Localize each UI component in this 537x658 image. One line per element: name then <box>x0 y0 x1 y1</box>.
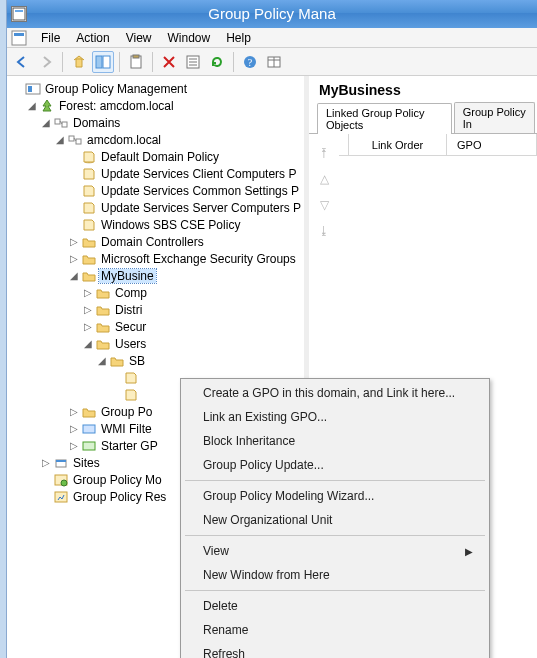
svg-rect-28 <box>56 460 66 462</box>
up-button[interactable] <box>68 51 90 73</box>
twisty-closed-icon[interactable]: ▷ <box>39 457 53 468</box>
tree-forest[interactable]: ◢ Forest: amcdom.local <box>11 97 304 114</box>
tree-ou[interactable]: ▷ Secur <box>11 318 304 335</box>
svg-rect-3 <box>14 33 24 36</box>
tree-ou[interactable]: ▷ Comp <box>11 284 304 301</box>
svg-rect-26 <box>83 442 95 450</box>
twisty-open-icon[interactable]: ◢ <box>95 355 109 366</box>
tree-ou[interactable]: ▷ Distri <box>11 301 304 318</box>
help-button[interactable]: ? <box>239 51 261 73</box>
col-gpo[interactable]: GPO <box>447 134 537 155</box>
menu-file[interactable]: File <box>33 29 68 47</box>
forest-icon <box>39 98 55 114</box>
ou-folder-icon <box>95 285 111 301</box>
twisty-closed-icon[interactable]: ▷ <box>67 236 81 247</box>
ctx-create-gpo[interactable]: Create a GPO in this domain, and Link it… <box>183 381 487 405</box>
ctx-refresh[interactable]: Refresh <box>183 642 487 658</box>
ctx-new-window[interactable]: New Window from Here <box>183 563 487 587</box>
ctx-new-ou[interactable]: New Organizational Unit <box>183 508 487 532</box>
tree-gpo[interactable]: Windows SBS CSE Policy <box>11 216 304 233</box>
tree-ou-mybusiness[interactable]: ◢ MyBusine <box>11 267 304 284</box>
window-left-border <box>0 0 7 658</box>
gpm-icon <box>25 81 41 97</box>
twisty-closed-icon[interactable]: ▷ <box>67 440 81 451</box>
detail-title: MyBusiness <box>309 76 537 102</box>
tree-gpo[interactable]: Update Services Client Computers P <box>11 165 304 182</box>
tree-ou[interactable]: ▷ Microsoft Exchange Security Groups <box>11 250 304 267</box>
col-link-order[interactable]: Link Order <box>349 134 447 155</box>
twisty-closed-icon[interactable]: ▷ <box>81 321 95 332</box>
sites-icon <box>53 455 69 471</box>
ctx-rename[interactable]: Rename <box>183 618 487 642</box>
refresh-button[interactable] <box>206 51 228 73</box>
twisty-closed-icon[interactable]: ▷ <box>81 287 95 298</box>
svg-rect-25 <box>83 425 95 433</box>
toolbar: ? <box>7 48 537 76</box>
ctx-gp-update[interactable]: Group Policy Update... <box>183 453 487 477</box>
twisty-closed-icon[interactable]: ▷ <box>81 304 95 315</box>
ctx-delete[interactable]: Delete <box>183 594 487 618</box>
properties-button[interactable] <box>182 51 204 73</box>
tabs: Linked Group Policy Objects Group Policy… <box>309 102 537 134</box>
folder-icon <box>81 404 97 420</box>
twisty-open-icon[interactable]: ◢ <box>53 134 67 145</box>
starter-gpo-icon <box>81 438 97 454</box>
twisty-closed-icon[interactable]: ▷ <box>67 253 81 264</box>
move-top-icon[interactable]: ⭱ <box>318 146 330 160</box>
show-hide-tree-button[interactable] <box>92 51 114 73</box>
tree-gpo[interactable]: Update Services Common Settings P <box>11 182 304 199</box>
tree-domain[interactable]: ◢ amcdom.local <box>11 131 304 148</box>
results-icon <box>53 489 69 505</box>
ou-folder-icon <box>81 268 97 284</box>
ou-folder-icon <box>95 336 111 352</box>
move-bottom-icon[interactable]: ⭳ <box>318 224 330 238</box>
tree-ou[interactable]: ▷ Domain Controllers <box>11 233 304 250</box>
menu-window[interactable]: Window <box>160 29 219 47</box>
ctx-block-inheritance[interactable]: Block Inheritance <box>183 429 487 453</box>
menu-action[interactable]: Action <box>68 29 117 47</box>
forward-button[interactable] <box>35 51 57 73</box>
tree-ou-mybusiness-label: MyBusine <box>99 269 156 283</box>
tree-domains[interactable]: ◢ Domains <box>11 114 304 131</box>
move-down-icon[interactable]: ▽ <box>320 198 329 212</box>
twisty-closed-icon[interactable]: ▷ <box>67 406 81 417</box>
ou-folder-icon <box>95 302 111 318</box>
svg-rect-23 <box>76 139 81 144</box>
clipboard-button[interactable] <box>125 51 147 73</box>
menubar: File Action View Window Help <box>7 28 537 48</box>
ou-folder-icon <box>81 251 97 267</box>
svg-rect-1 <box>15 10 23 12</box>
move-up-icon[interactable]: △ <box>320 172 329 186</box>
system-menu-icon[interactable] <box>11 30 27 46</box>
tree-ou-users[interactable]: ◢ Users <box>11 335 304 352</box>
delete-button[interactable] <box>158 51 180 73</box>
tree-gpo[interactable]: Default Domain Policy <box>11 148 304 165</box>
columns-button[interactable] <box>263 51 285 73</box>
wmi-icon <box>81 421 97 437</box>
svg-rect-19 <box>55 119 60 124</box>
ctx-view-submenu[interactable]: View▶ <box>183 539 487 563</box>
ou-folder-icon <box>109 353 125 369</box>
menu-help[interactable]: Help <box>218 29 259 47</box>
tab-gp-inheritance[interactable]: Group Policy In <box>454 102 535 133</box>
tree-ou[interactable]: ◢ SB <box>11 352 304 369</box>
tree-root[interactable]: ▶ Group Policy Management <box>11 80 304 97</box>
twisty-open-icon[interactable]: ◢ <box>39 117 53 128</box>
twisty-open-icon[interactable]: ◢ <box>25 100 39 111</box>
window-titlebar[interactable]: Group Policy Mana <box>7 0 537 28</box>
gpo-link-icon <box>123 370 139 386</box>
back-button[interactable] <box>11 51 33 73</box>
gpo-link-icon <box>123 387 139 403</box>
tree-gpo[interactable]: Update Services Server Computers P <box>11 199 304 216</box>
twisty-open-icon[interactable]: ◢ <box>67 270 81 281</box>
ctx-modeling-wizard[interactable]: Group Policy Modeling Wizard... <box>183 484 487 508</box>
twisty-open-icon[interactable]: ◢ <box>81 338 95 349</box>
tab-linked-gpos[interactable]: Linked Group Policy Objects <box>317 103 452 134</box>
context-menu: Create a GPO in this domain, and Link it… <box>180 378 490 658</box>
svg-rect-18 <box>28 86 32 92</box>
ctx-link-gpo[interactable]: Link an Existing GPO... <box>183 405 487 429</box>
gpo-link-icon <box>81 149 97 165</box>
svg-point-30 <box>61 480 67 486</box>
menu-view[interactable]: View <box>118 29 160 47</box>
twisty-closed-icon[interactable]: ▷ <box>67 423 81 434</box>
